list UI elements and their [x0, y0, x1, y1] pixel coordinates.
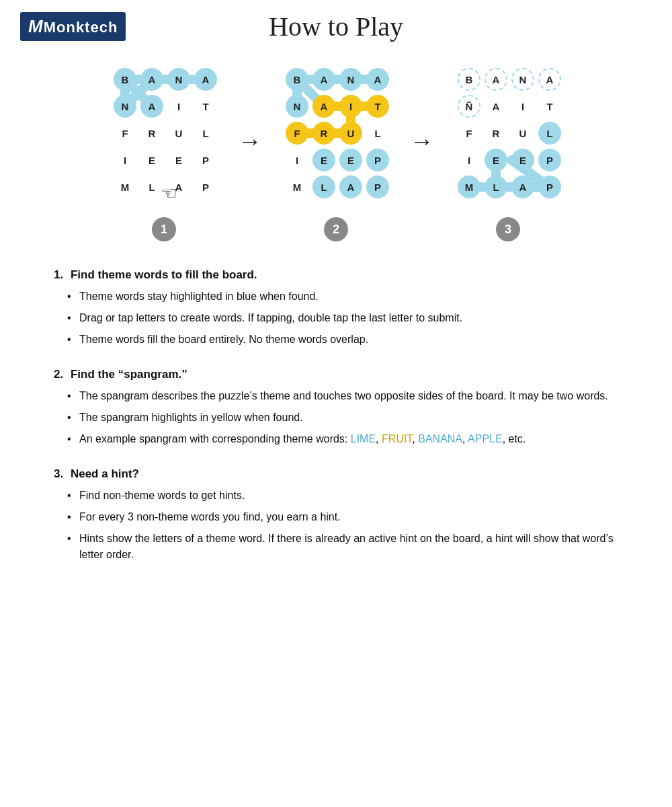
d2-A4: A	[339, 176, 362, 198]
cell-P1: P	[194, 149, 217, 171]
bullet-3-3: Hints show the letters of a theme word. …	[67, 531, 632, 563]
instruction-item-1: 1. Find theme words to fill the board. T…	[54, 268, 632, 348]
step-num-1: 1	[152, 217, 176, 241]
d2-P1: P	[366, 149, 389, 171]
instruction-item-2: 2. Find the “spangram.” The spangram des…	[54, 368, 632, 447]
d3-P2: P	[538, 176, 561, 198]
d3-E2: E	[511, 149, 534, 171]
example-apple: APPLE	[468, 433, 503, 445]
inst-num-2: 2.	[54, 368, 63, 381]
d2-B: B	[286, 68, 308, 91]
bullet-list-3: Find non-theme words to get hints. For e…	[54, 488, 632, 563]
d2-I: I	[339, 95, 362, 118]
bullet-1-1: Theme words stay highlighted in blue whe…	[67, 289, 632, 305]
bullet-2-2: The spangram highlights in yellow when f…	[67, 410, 632, 426]
bullet-list-1: Theme words stay highlighted in blue whe…	[54, 289, 632, 348]
inst-title-2: Find the “spangram.”	[71, 368, 187, 381]
cell-E1: E	[140, 149, 163, 171]
d2-A2: A	[366, 68, 389, 91]
d3-B: B	[458, 68, 480, 91]
cell-L2: L	[140, 176, 163, 198]
d3-P1: P	[538, 149, 561, 171]
d3-I: I	[511, 95, 534, 118]
example-fruit: FRUIT	[382, 433, 412, 445]
inst-title-3: Need a hint?	[71, 467, 139, 480]
d3-I2: I	[458, 149, 480, 171]
d2-F: F	[286, 122, 308, 145]
d3-L: L	[538, 122, 561, 145]
step-num-2: 2	[324, 217, 348, 241]
d2-E1: E	[312, 149, 335, 171]
arrow-2: →	[410, 127, 434, 155]
header: MMonktech How to Play	[0, 0, 672, 48]
d2-N: N	[339, 68, 362, 91]
d3-A2: A	[538, 68, 561, 91]
bullet-1-3: Theme words fill the board entirely. No …	[67, 332, 632, 348]
d2-N2: N	[286, 95, 308, 118]
instruction-heading-1: 1. Find theme words to fill the board.	[54, 268, 632, 282]
d2-M: M	[286, 176, 308, 198]
diagram-1: B A N A N A I T F R U L I E E P M L A P …	[97, 68, 231, 241]
d3-N2: Ñ	[458, 95, 480, 118]
cell-F1: F	[114, 122, 136, 145]
d3-A4: A	[511, 176, 534, 198]
cell-A2: A	[194, 68, 217, 91]
d3-U: U	[511, 122, 534, 145]
d3-F: F	[458, 122, 480, 145]
d3-A1: A	[485, 68, 507, 91]
example-banana: BANANA	[418, 433, 462, 445]
instructions: 1. Find theme words to fill the board. T…	[0, 248, 672, 603]
cell-P2: P	[194, 176, 217, 198]
d3-A3: A	[485, 95, 507, 118]
cell-B1: B	[114, 68, 136, 91]
logo: MMonktech	[20, 12, 126, 41]
inst-num-3: 3.	[54, 467, 63, 480]
grid-3: B A N A Ñ A I T F R U L I E E P M L A P	[441, 68, 575, 209]
diagram-3: B A N A Ñ A I T F R U L I E E P M L A P …	[441, 68, 575, 241]
d2-E2: E	[339, 149, 362, 171]
d2-L: L	[366, 122, 389, 145]
bullet-list-2: The spangram describes the puzzle’s them…	[54, 388, 632, 447]
example-lime: LIME	[351, 433, 376, 445]
diagrams-section: B A N A N A I T F R U L I E E P M L A P …	[0, 48, 672, 248]
cell-U1: U	[167, 122, 190, 145]
bullet-3-1: Find non-theme words to get hints.	[67, 488, 632, 504]
d2-L2: L	[312, 176, 335, 198]
d3-M: M	[458, 176, 480, 198]
cell-M1: M	[114, 176, 136, 198]
cell-A3: A	[140, 95, 163, 118]
diagram-2: B A N A N A I T F R U L I E E P M L A P …	[269, 68, 403, 241]
cell-E2: E	[167, 149, 190, 171]
instruction-heading-2: 2. Find the “spangram.”	[54, 368, 632, 381]
arrow-1: →	[238, 127, 262, 155]
cell-L1: L	[194, 122, 217, 145]
cell-R1: R	[140, 122, 163, 145]
d2-P2: P	[366, 176, 389, 198]
d2-I2: I	[286, 149, 308, 171]
grid-2: B A N A N A I T F R U L I E E P M L A P	[269, 68, 403, 209]
bullet-2-1: The spangram describes the puzzle’s them…	[67, 388, 632, 404]
hand-cursor-icon: ☜	[161, 182, 177, 204]
cell-N1: N	[167, 68, 190, 91]
grid-1: B A N A N A I T F R U L I E E P M L A P …	[97, 68, 231, 209]
d3-E1: E	[485, 149, 507, 171]
inst-num-1: 1.	[54, 268, 63, 281]
d2-T: T	[366, 95, 389, 118]
d3-N: N	[511, 68, 534, 91]
d2-U: U	[339, 122, 362, 145]
logo-text: Monktech	[44, 19, 118, 36]
d2-R: R	[312, 122, 335, 145]
bullet-3-2: For every 3 non-theme words you find, yo…	[67, 509, 632, 525]
bullet-1-2: Drag or tap letters to create words. If …	[67, 310, 632, 326]
page-title: How to Play	[269, 11, 403, 42]
cell-N2: N	[114, 95, 136, 118]
instruction-heading-3: 3. Need a hint?	[54, 467, 632, 481]
cell-I2: I	[114, 149, 136, 171]
d3-R: R	[485, 122, 507, 145]
bullet-2-3: An example spangram with corresponding t…	[67, 431, 632, 447]
d3-T: T	[538, 95, 561, 118]
d2-A1: A	[312, 68, 335, 91]
d3-L2: L	[485, 176, 507, 198]
cell-I1: I	[167, 95, 190, 118]
d2-A3: A	[312, 95, 335, 118]
